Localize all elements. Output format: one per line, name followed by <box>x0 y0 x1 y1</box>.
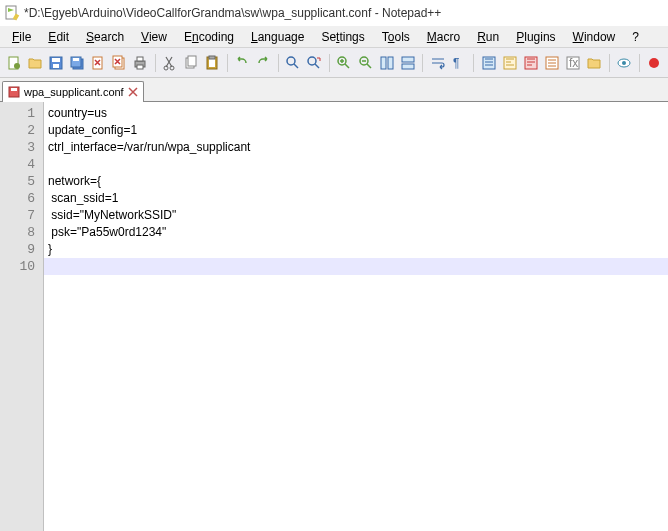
menu-edit[interactable]: Edit <box>40 28 77 46</box>
svg-point-24 <box>308 57 316 65</box>
new-file-icon[interactable] <box>4 53 23 73</box>
svg-rect-28 <box>388 57 393 69</box>
open-file-icon[interactable] <box>25 53 44 73</box>
title-bar: *D:\Egyeb\Arduino\VideoCallforGrandma\sw… <box>0 0 668 26</box>
undo-icon[interactable] <box>233 53 252 73</box>
menu-language[interactable]: Language <box>243 28 312 46</box>
toolbar-separator <box>473 54 474 72</box>
editor: 1 2 3 4 5 6 7 8 9 10 country=us update_c… <box>0 102 668 531</box>
code-text: } <box>48 242 52 256</box>
svg-rect-5 <box>52 58 60 62</box>
zoom-in-icon[interactable] <box>335 53 354 73</box>
toolbar-separator <box>155 54 156 72</box>
svg-point-40 <box>649 58 659 68</box>
file-modified-icon <box>7 85 21 99</box>
code-text: ssid="MyNetworkSSID" <box>48 208 176 222</box>
code-text: psk="Pa55w0rd1234" <box>48 225 166 239</box>
menu-file[interactable]: File <box>4 28 39 46</box>
menu-run[interactable]: Run <box>469 28 507 46</box>
current-line-highlight <box>44 258 668 275</box>
toolbar-separator <box>639 54 640 72</box>
menu-plugins[interactable]: Plugins <box>508 28 563 46</box>
svg-rect-42 <box>11 88 17 91</box>
svg-rect-19 <box>188 56 196 66</box>
svg-point-23 <box>287 57 295 65</box>
line-number: 8 <box>0 224 43 241</box>
menu-search[interactable]: Search <box>78 28 132 46</box>
menu-help[interactable]: ? <box>624 28 647 46</box>
line-number: 10 <box>0 258 43 275</box>
print-icon[interactable] <box>130 53 149 73</box>
svg-rect-21 <box>209 59 215 67</box>
indent-guide-icon[interactable] <box>479 53 498 73</box>
menu-window[interactable]: Window <box>565 28 624 46</box>
tab-label: wpa_supplicant.conf <box>24 86 124 98</box>
zoom-out-icon[interactable] <box>356 53 375 73</box>
sync-v-icon[interactable] <box>377 53 396 73</box>
find-icon[interactable] <box>284 53 303 73</box>
svg-rect-22 <box>209 56 215 59</box>
menu-settings[interactable]: Settings <box>313 28 372 46</box>
code-text: network={ <box>48 174 101 188</box>
udl-icon[interactable] <box>500 53 519 73</box>
window-title: *D:\Egyeb\Arduino\VideoCallforGrandma\sw… <box>24 6 441 20</box>
close-icon[interactable] <box>88 53 107 73</box>
replace-icon[interactable] <box>305 53 324 73</box>
code-area[interactable]: country=us update_config=1 ctrl_interfac… <box>44 102 668 531</box>
menu-view[interactable]: View <box>133 28 175 46</box>
tab-bar: wpa_supplicant.conf <box>0 78 668 102</box>
line-number: 6 <box>0 190 43 207</box>
copy-icon[interactable] <box>182 53 201 73</box>
svg-point-39 <box>622 61 626 65</box>
svg-point-3 <box>14 63 20 69</box>
allchars-icon[interactable]: ¶ <box>449 53 468 73</box>
svg-rect-27 <box>381 57 386 69</box>
menu-encoding[interactable]: Encoding <box>176 28 242 46</box>
line-number: 1 <box>0 105 43 122</box>
folder-workspace-icon[interactable] <box>585 53 604 73</box>
code-text: ctrl_interface=/var/run/wpa_supplicant <box>48 140 250 154</box>
paste-icon[interactable] <box>203 53 222 73</box>
svg-text:fx: fx <box>569 56 578 70</box>
doc-map-icon[interactable] <box>521 53 540 73</box>
tab-active[interactable]: wpa_supplicant.conf <box>2 81 144 102</box>
tab-close-icon[interactable] <box>127 86 139 98</box>
line-number: 3 <box>0 139 43 156</box>
svg-rect-9 <box>73 58 79 61</box>
svg-rect-14 <box>137 57 143 61</box>
code-text: update_config=1 <box>48 123 137 137</box>
toolbar-separator <box>422 54 423 72</box>
wordwrap-icon[interactable] <box>428 53 447 73</box>
toolbar-separator <box>609 54 610 72</box>
app-icon <box>4 5 20 21</box>
svg-rect-30 <box>402 64 414 69</box>
code-text: country=us <box>48 106 107 120</box>
close-all-icon[interactable] <box>109 53 128 73</box>
svg-rect-6 <box>53 64 59 68</box>
line-number: 4 <box>0 156 43 173</box>
line-number: 2 <box>0 122 43 139</box>
toolbar-separator <box>227 54 228 72</box>
line-number: 5 <box>0 173 43 190</box>
menu-tools[interactable]: Tools <box>374 28 418 46</box>
menu-macro[interactable]: Macro <box>419 28 468 46</box>
cut-icon[interactable] <box>161 53 180 73</box>
function-list-icon[interactable]: fx <box>564 53 583 73</box>
menu-bar: File Edit Search View Encoding Language … <box>0 26 668 48</box>
monitor-icon[interactable] <box>615 53 634 73</box>
record-icon[interactable] <box>645 53 664 73</box>
line-number: 7 <box>0 207 43 224</box>
toolbar-separator <box>278 54 279 72</box>
sync-h-icon[interactable] <box>398 53 417 73</box>
doc-list-icon[interactable] <box>543 53 562 73</box>
toolbar-separator <box>329 54 330 72</box>
save-all-icon[interactable] <box>67 53 86 73</box>
line-number-gutter: 1 2 3 4 5 6 7 8 9 10 <box>0 102 44 531</box>
svg-text:¶: ¶ <box>453 56 459 70</box>
save-icon[interactable] <box>46 53 65 73</box>
svg-rect-29 <box>402 57 414 62</box>
svg-rect-15 <box>137 65 143 69</box>
code-text: scan_ssid=1 <box>48 191 118 205</box>
redo-icon[interactable] <box>254 53 273 73</box>
line-number: 9 <box>0 241 43 258</box>
